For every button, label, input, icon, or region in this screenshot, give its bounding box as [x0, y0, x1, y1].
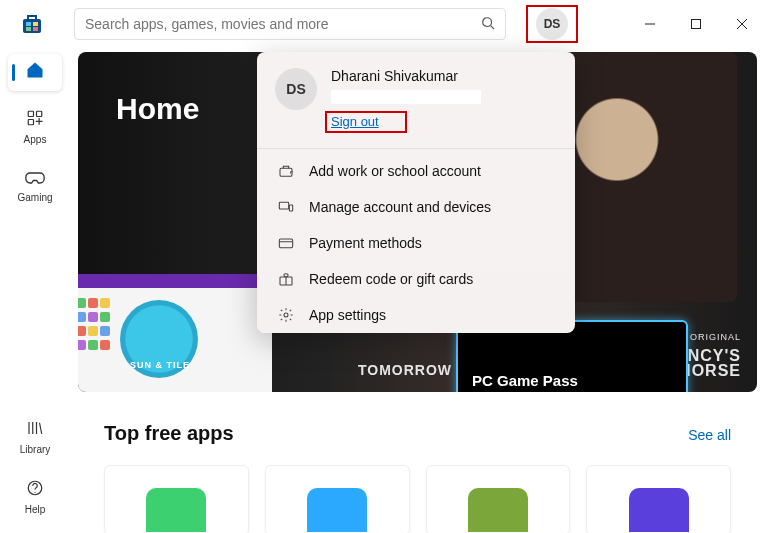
sidebar-nav: Apps Gaming Library Help: [0, 48, 70, 533]
nav-home[interactable]: [8, 54, 62, 91]
store-logo: [20, 12, 44, 36]
apps-icon: [26, 109, 44, 132]
svg-rect-21: [279, 202, 288, 209]
account-avatar-initials: DS: [286, 81, 305, 97]
menu-redeem-code[interactable]: Redeem code or gift cards: [257, 261, 575, 297]
app-card[interactable]: [426, 465, 571, 533]
svg-rect-4: [33, 27, 38, 31]
account-email-redacted: [331, 90, 481, 104]
window-controls: [627, 7, 765, 41]
see-all-link[interactable]: See all: [688, 427, 731, 443]
account-popover: DS Dharani Shivakumar Sign out Add work …: [257, 52, 575, 333]
top-free-apps-section: Top free apps See all: [70, 392, 765, 533]
gear-icon: [277, 307, 295, 323]
menu-label: Redeem code or gift cards: [309, 271, 473, 287]
svg-rect-2: [33, 22, 38, 26]
account-user-name: Dharani Shivakumar: [331, 68, 557, 84]
svg-rect-23: [279, 239, 292, 248]
section-title: Top free apps: [104, 422, 234, 445]
svg-rect-11: [28, 111, 33, 116]
devices-icon: [277, 199, 295, 215]
menu-label: Payment methods: [309, 235, 422, 251]
app-card[interactable]: [265, 465, 410, 533]
nav-apps-label: Apps: [24, 134, 47, 145]
nav-apps[interactable]: Apps: [8, 103, 62, 151]
profile-avatar-button[interactable]: DS: [536, 8, 568, 40]
library-icon: [26, 419, 44, 442]
nav-gaming-label: Gaming: [17, 192, 52, 203]
app-card[interactable]: [586, 465, 731, 533]
svg-rect-8: [692, 20, 701, 29]
svg-point-19: [34, 492, 35, 493]
svg-rect-12: [37, 111, 42, 116]
nav-help-label: Help: [25, 504, 46, 515]
menu-payment-methods[interactable]: Payment methods: [257, 225, 575, 261]
briefcase-icon: [277, 163, 295, 179]
search-box[interactable]: [74, 8, 506, 40]
account-avatar: DS: [275, 68, 317, 110]
minimize-button[interactable]: [627, 7, 673, 41]
menu-label: App settings: [309, 307, 386, 323]
svg-line-6: [491, 25, 495, 29]
menu-app-settings[interactable]: App settings: [257, 297, 575, 333]
nav-help[interactable]: Help: [8, 473, 62, 521]
svg-rect-0: [23, 19, 41, 33]
sign-out-link[interactable]: Sign out: [331, 114, 379, 129]
menu-label: Manage account and devices: [309, 199, 491, 215]
search-input[interactable]: [85, 16, 481, 32]
svg-rect-3: [26, 27, 31, 31]
svg-rect-13: [28, 120, 33, 125]
nav-library-label: Library: [20, 444, 51, 455]
annotation-avatar-highlight: [526, 5, 578, 43]
annotation-signout-highlight: [325, 111, 407, 133]
nav-gaming[interactable]: Gaming: [8, 163, 62, 209]
gift-icon: [277, 271, 295, 287]
pc-game-pass-title: PC Game Pass: [472, 372, 578, 389]
svg-rect-1: [26, 22, 31, 26]
help-icon: [26, 479, 44, 502]
close-button[interactable]: [719, 7, 765, 41]
home-icon: [25, 60, 45, 85]
gaming-icon: [25, 169, 45, 190]
menu-label: Add work or school account: [309, 163, 481, 179]
nav-library[interactable]: Library: [8, 413, 62, 461]
app-card[interactable]: [104, 465, 249, 533]
svg-point-5: [483, 17, 492, 26]
hero-thumb-badge: SUN & TILE: [130, 360, 190, 370]
svg-rect-22: [289, 205, 292, 211]
account-header: DS Dharani Shivakumar Sign out: [257, 52, 575, 144]
hero-thumb-card[interactable]: SUN & TILE: [78, 274, 272, 392]
titlebar: DS: [0, 0, 765, 48]
svg-line-17: [40, 423, 42, 434]
search-icon[interactable]: [481, 16, 495, 33]
app-cards-row: [104, 465, 731, 533]
divider: [257, 148, 575, 149]
menu-add-work-account[interactable]: Add work or school account: [257, 153, 575, 189]
menu-manage-account[interactable]: Manage account and devices: [257, 189, 575, 225]
svg-point-27: [284, 313, 288, 317]
maximize-button[interactable]: [673, 7, 719, 41]
card-icon: [277, 235, 295, 251]
